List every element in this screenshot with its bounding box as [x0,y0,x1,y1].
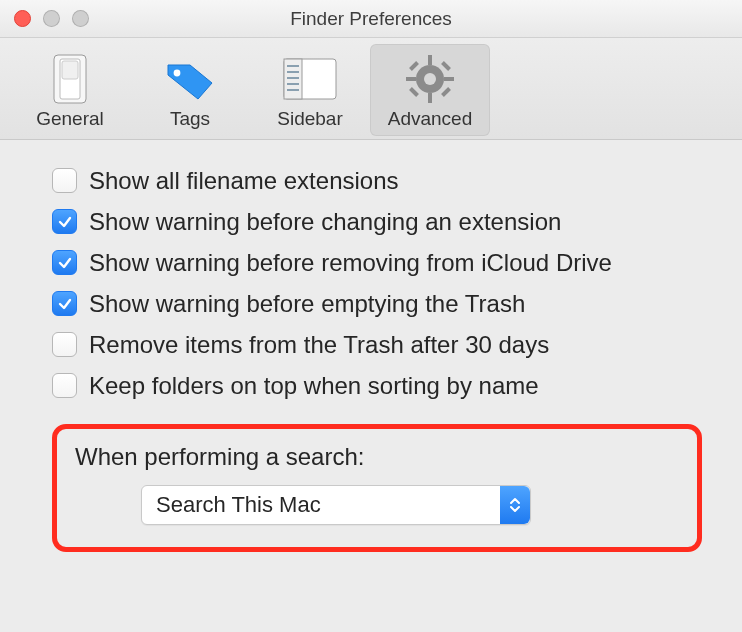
tab-tags[interactable]: Tags [130,44,250,136]
svg-rect-2 [62,61,78,79]
svg-point-3 [174,70,181,77]
svg-rect-15 [444,77,454,81]
close-button[interactable] [14,10,31,27]
tab-tags-label: Tags [170,108,210,130]
content-area: Show all filename extensions Show warnin… [0,140,742,580]
svg-point-20 [424,73,436,85]
search-section-label: When performing a search: [75,443,679,471]
window-title: Finder Preferences [0,8,742,30]
tab-advanced[interactable]: Advanced [370,44,490,136]
option-warn-ext-change[interactable]: Show warning before changing an extensio… [52,209,702,234]
option-folders-on-top[interactable]: Keep folders on top when sorting by name [52,373,702,398]
option-label: Remove items from the Trash after 30 day… [89,333,549,357]
tab-general[interactable]: General [10,44,130,136]
minimize-button[interactable] [43,10,60,27]
checkbox[interactable] [52,168,77,193]
checkbox[interactable] [52,291,77,316]
option-warn-empty-trash[interactable]: Show warning before emptying the Trash [52,291,702,316]
svg-rect-18 [409,87,419,97]
tab-general-label: General [36,108,104,130]
chevron-up-down-icon [500,486,530,524]
tab-advanced-label: Advanced [388,108,473,130]
option-show-extensions[interactable]: Show all filename extensions [52,168,702,193]
checkbox[interactable] [52,250,77,275]
search-section-highlight: When performing a search: Search This Ma… [52,424,702,552]
maximize-button[interactable] [72,10,89,27]
svg-rect-13 [428,93,432,103]
checkbox[interactable] [52,373,77,398]
window-controls [0,10,89,27]
toolbar: General Tags Sidebar [0,38,742,140]
checkbox[interactable] [52,332,77,357]
tab-sidebar-label: Sidebar [277,108,343,130]
option-label: Keep folders on top when sorting by name [89,374,539,398]
option-label: Show all filename extensions [89,169,399,193]
search-scope-value: Search This Mac [156,492,321,518]
checkbox[interactable] [52,209,77,234]
tag-icon [162,50,218,108]
option-label: Show warning before emptying the Trash [89,292,525,316]
svg-rect-19 [441,87,451,97]
svg-rect-14 [406,77,416,81]
gear-icon [404,50,456,108]
switch-icon [50,50,90,108]
titlebar: Finder Preferences [0,0,742,38]
sidebar-icon [283,50,337,108]
svg-rect-12 [428,55,432,65]
option-label: Show warning before removing from iCloud… [89,251,612,275]
option-remove-30days[interactable]: Remove items from the Trash after 30 day… [52,332,702,357]
option-warn-icloud-remove[interactable]: Show warning before removing from iCloud… [52,250,702,275]
svg-rect-17 [441,61,451,71]
option-label: Show warning before changing an extensio… [89,210,561,234]
tab-sidebar[interactable]: Sidebar [250,44,370,136]
svg-rect-16 [409,61,419,71]
search-scope-popup[interactable]: Search This Mac [141,485,531,525]
